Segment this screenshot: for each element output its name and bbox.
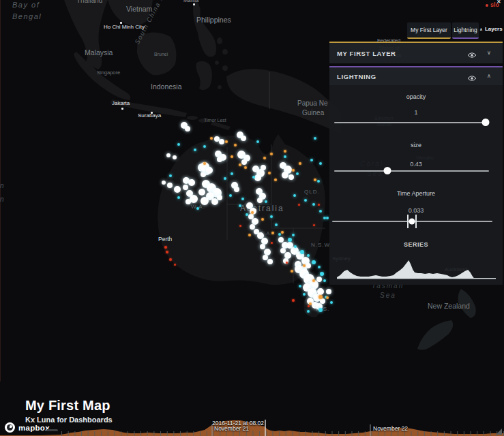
land-java — [110, 99, 187, 117]
mapbox-wordmark: mapbox — [18, 424, 50, 432]
layers-toggle-label: Layers — [485, 26, 503, 32]
mapbox-logo-icon — [5, 422, 15, 433]
notification-dot-icon — [486, 4, 488, 7]
chevron-down-icon[interactable]: ∨ — [485, 50, 493, 56]
land-sumatra — [74, 52, 130, 100]
resize-grip-icon[interactable] — [496, 429, 502, 435]
map-edge-seam — [0, 0, 1, 382]
land-nz-south — [417, 320, 453, 350]
time-aperture-label: Time Aperture — [329, 190, 503, 197]
size-slider-thumb[interactable] — [384, 167, 391, 174]
section-title: LIGHTNING — [329, 73, 376, 80]
land-sulawesi — [196, 61, 212, 91]
attribution-toggle[interactable] — [46, 429, 58, 431]
land-borneo — [137, 32, 177, 75]
time-aperture-handle[interactable] — [406, 215, 417, 228]
time-aperture-value: 0.033 — [329, 207, 503, 214]
series-label: SERIES — [329, 241, 503, 248]
size-value: 0.43 — [329, 161, 503, 168]
chevron-up-icon[interactable]: ∧ — [485, 73, 493, 79]
land-new-guinea — [226, 69, 341, 134]
visibility-eye-icon[interactable] — [467, 49, 478, 57]
opacity-value: 1 — [329, 109, 503, 116]
visibility-eye-icon[interactable] — [467, 72, 478, 80]
land-tasmania — [303, 296, 321, 317]
tab-lightning[interactable]: Lightning — [452, 22, 479, 39]
section-title: MY FIRST LAYER — [329, 50, 396, 57]
aperture-thumb[interactable] — [409, 219, 415, 225]
layers-toggle[interactable]: ∧Layers — [479, 26, 503, 32]
page-title: My First Map — [25, 398, 113, 414]
timeline-day-label: November 21 — [214, 425, 249, 432]
series-chart — [337, 255, 496, 279]
close-icon[interactable]: ✕ — [496, 0, 501, 5]
time-aperture-slider[interactable] — [332, 221, 492, 222]
tab-my-first-layer-label: My First Layer — [411, 27, 447, 33]
land-vietnam — [108, 0, 153, 26]
size-label: size — [329, 142, 503, 149]
land-philippines — [193, 0, 216, 57]
map-app: Bay ofBengalThailandVietnamManilaPhilipp… — [0, 0, 504, 436]
opacity-slider[interactable] — [334, 122, 489, 123]
opacity-label: opacity — [329, 93, 503, 100]
tab-my-first-layer[interactable]: My First Layer — [407, 22, 451, 39]
timeline-scrubber[interactable]: 2016-11-21 at 08:02 November 21November … — [0, 418, 504, 436]
section-lightning[interactable]: LIGHTNING ∧ — [329, 66, 503, 85]
land-timor — [211, 121, 231, 130]
land-australia — [158, 134, 325, 285]
section-my-first-layer[interactable]: MY FIRST LAYER ∨ — [329, 42, 503, 63]
tab-lightning-label: Lightning — [454, 27, 477, 33]
aperture-right-bracket — [415, 215, 417, 228]
opacity-slider-thumb[interactable] — [482, 119, 490, 126]
size-slider[interactable] — [334, 170, 489, 172]
chevron-up-icon: ∧ — [479, 27, 483, 31]
timeline-day-label: November 22 — [373, 425, 408, 432]
lightning-controls: opacity 1 size 0.43 Time Aperture 0.033 … — [329, 85, 503, 285]
land-nz-north — [458, 289, 476, 318]
mapbox-attribution[interactable]: mapbox — [5, 422, 50, 433]
land-indochina — [64, 0, 108, 69]
